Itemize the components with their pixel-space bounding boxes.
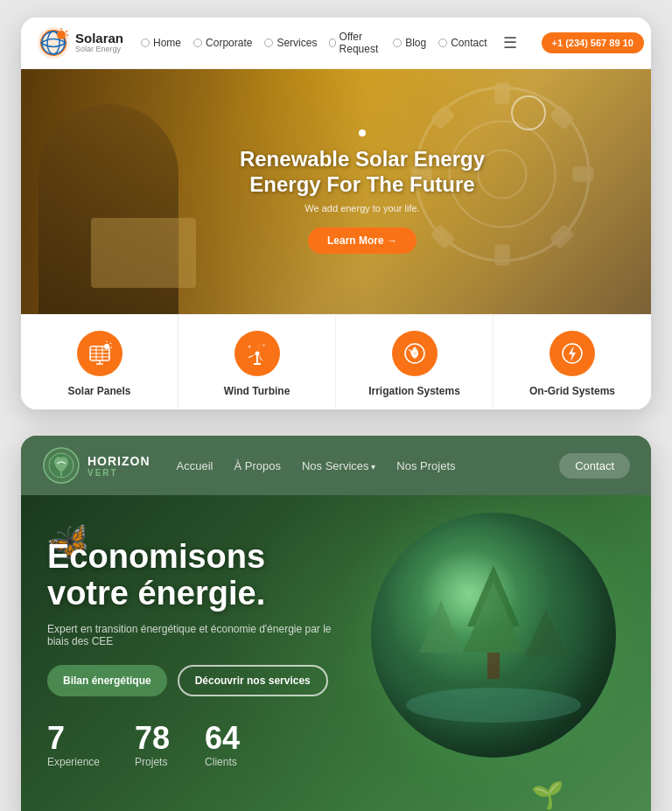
- nav-contact[interactable]: Contact: [438, 37, 486, 49]
- horizon-nav-accueil[interactable]: Accueil: [177, 459, 214, 472]
- bilan-button[interactable]: Bilan énergétique: [47, 665, 167, 696]
- hero-title: Renewable Solar Energy Energy For The Fu…: [240, 147, 485, 198]
- stat-experience-number: 7: [47, 723, 100, 754]
- wind-turbine-label: Wind Turbine: [224, 385, 290, 397]
- service-on-grid[interactable]: On-Grid Systems: [494, 315, 651, 409]
- svg-line-6: [66, 31, 67, 32]
- horizon-hero-buttons: Bilan énergétique Découvrir nos services: [47, 665, 345, 696]
- horizon-hero-content: Economisons votre énergie. Expert en tra…: [21, 495, 371, 794]
- hero-subtitle: We add energy to your life.: [240, 203, 485, 213]
- horizon-logo-icon: [42, 446, 80, 485]
- solaran-nav-links: Home Corporate Services Offer Request Bl…: [141, 31, 487, 55]
- horizon-brand: HORIZON: [88, 454, 150, 468]
- svg-rect-26: [549, 104, 575, 130]
- service-solar-panels[interactable]: Solar Panels: [21, 315, 178, 409]
- solaran-navbar: Solaran Solar Energy Home Corporate Serv…: [21, 17, 651, 69]
- stat-clients-number: 64: [205, 723, 240, 754]
- stat-clients-label: Clients: [205, 756, 240, 768]
- svg-rect-21: [494, 83, 510, 104]
- hero-dot: [359, 129, 366, 136]
- on-grid-icon: [550, 331, 595, 376]
- stat-projets-number: 78: [135, 723, 170, 754]
- brand-sub: Solar Energy: [75, 45, 123, 54]
- solar-panels-icon: [77, 331, 122, 376]
- nav-corporate[interactable]: Corporate: [193, 37, 252, 49]
- hamburger-icon[interactable]: ☰: [503, 33, 517, 52]
- solaran-logo[interactable]: Solaran Solar Energy: [37, 26, 123, 59]
- earth-sphere: [371, 513, 616, 758]
- horizon-nav-projets[interactable]: Nos Projets: [396, 459, 455, 472]
- horizon-stats: 7 Experience 78 Projets 64 Clients: [47, 723, 345, 768]
- solaran-logo-icon: [37, 26, 70, 59]
- horizon-logo[interactable]: HORIZON VERT: [42, 446, 150, 485]
- laptop-shape: [91, 218, 196, 288]
- nav-home[interactable]: Home: [141, 37, 181, 49]
- svg-line-39: [110, 343, 111, 344]
- discover-button[interactable]: Découvrir nos services: [178, 665, 328, 696]
- solaran-card: Solaran Solar Energy Home Corporate Serv…: [21, 17, 651, 409]
- learn-more-button[interactable]: Learn More →: [308, 227, 416, 254]
- solaran-hero: Renewable Solar Energy Energy For The Fu…: [21, 69, 651, 314]
- svg-rect-55: [487, 653, 500, 679]
- svg-text:✦: ✦: [262, 343, 266, 347]
- svg-point-37: [104, 344, 109, 349]
- horizon-navbar: HORIZON VERT Accueil À Propos Nos Servic…: [21, 436, 651, 495]
- horizon-contact-button[interactable]: Contact: [559, 453, 630, 479]
- svg-text:✦: ✦: [248, 344, 251, 349]
- irrigation-icon: [392, 331, 438, 376]
- svg-marker-57: [524, 609, 568, 657]
- nav-services[interactable]: Services: [264, 37, 317, 49]
- irrigation-label: Irrigation Systems: [368, 385, 460, 397]
- horizon-card: HORIZON VERT Accueil À Propos Nos Servic…: [21, 436, 651, 811]
- svg-rect-22: [494, 244, 510, 265]
- svg-point-41: [255, 352, 259, 356]
- horizon-hero-title: Economisons votre énergie.: [47, 539, 345, 612]
- svg-point-58: [406, 688, 581, 723]
- horizon-nav-services[interactable]: Nos Services: [302, 459, 375, 472]
- phone-number: +1 (234) 567 89 10: [552, 38, 634, 48]
- service-wind-turbine[interactable]: ✦ ✦ Wind Turbine: [178, 315, 336, 409]
- horizon-nav-apropos[interactable]: À Propos: [234, 459, 280, 472]
- stat-clients: 64 Clients: [205, 723, 240, 768]
- solar-panels-label: Solar Panels: [67, 385, 130, 397]
- stat-projets-label: Projets: [135, 756, 170, 768]
- wind-turbine-icon: ✦ ✦: [234, 331, 280, 376]
- horizon-accent: VERT: [88, 468, 150, 478]
- stat-projets: 78 Projets: [135, 723, 170, 768]
- brand-name: Solaran: [75, 31, 123, 46]
- svg-rect-25: [430, 104, 456, 130]
- phone-button[interactable]: +1 (234) 567 89 10: [542, 32, 644, 53]
- service-irrigation[interactable]: Irrigation Systems: [336, 315, 494, 409]
- stat-experience: 7 Experience: [47, 723, 100, 768]
- hero-content: Renewable Solar Energy Energy For The Fu…: [240, 129, 485, 254]
- nav-blog[interactable]: Blog: [393, 37, 426, 49]
- svg-marker-56: [419, 600, 463, 653]
- horizon-hero-desc: Expert en transition énergétique et écon…: [47, 623, 345, 647]
- plant-decoration: 🌱: [531, 780, 564, 810]
- stat-experience-label: Experience: [47, 756, 100, 768]
- nav-offer[interactable]: Offer Request: [329, 31, 381, 55]
- svg-rect-24: [572, 166, 593, 182]
- horizon-nav-links: Accueil À Propos Nos Services Nos Projet…: [177, 459, 560, 472]
- services-strip: Solar Panels ✦ ✦ Wind Turbine: [21, 314, 651, 409]
- horizon-hero: 🦋 🌱 Economisons votre énergie. Expert en…: [21, 495, 651, 811]
- svg-point-20: [479, 150, 527, 199]
- circle-decoration: [511, 95, 546, 130]
- svg-point-4: [57, 31, 66, 39]
- on-grid-label: On-Grid Systems: [529, 385, 615, 397]
